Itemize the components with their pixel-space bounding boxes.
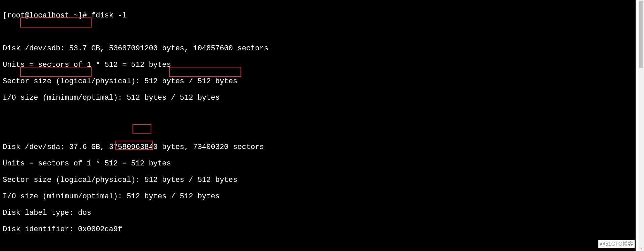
sdb-io: I/O size (minimum/optimal): 512 bytes / … <box>3 94 633 102</box>
scrollbar-track[interactable]: ▴ ▾ <box>638 0 644 251</box>
sda-io: I/O size (minimum/optimal): 512 bytes / … <box>3 193 633 201</box>
terminal-window: [root@localhost ~]# fdisk -l Disk /dev/s… <box>0 0 644 251</box>
sdb-units: Units = sectors of 1 * 512 = 512 bytes <box>3 61 633 69</box>
sda-sector: Sector size (logical/physical): 512 byte… <box>3 176 633 185</box>
watermark: @51CTO博客 <box>598 240 635 248</box>
terminal-output[interactable]: [root@localhost ~]# fdisk -l Disk /dev/s… <box>0 0 636 251</box>
sda-ident: Disk identifier: 0x0002da9f <box>3 225 633 234</box>
sdb-sector: Sector size (logical/physical): 512 byte… <box>3 78 633 86</box>
prompt-line: [root@localhost ~]# fdisk -l <box>3 12 633 20</box>
blank-line <box>3 242 633 250</box>
blank-line <box>3 110 633 119</box>
sda-label: Disk label type: dos <box>3 209 633 217</box>
scrollbar-thumb[interactable] <box>639 1 643 68</box>
sdb-header: Disk /dev/sdb: 53.7 GB, 53687091200 byte… <box>3 45 633 53</box>
sda-units: Units = sectors of 1 * 512 = 512 bytes <box>3 160 633 168</box>
scroll-down-arrow[interactable]: ▾ <box>638 245 644 251</box>
sda-header: Disk /dev/sda: 37.6 GB, 37580963840 byte… <box>3 143 633 152</box>
blank-line <box>3 28 633 37</box>
blank-line <box>3 127 633 135</box>
